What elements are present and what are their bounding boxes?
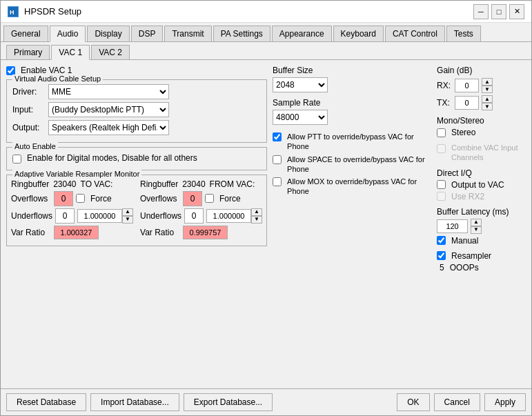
ooops-row: 5 OOOPs [440, 263, 526, 273]
mono-stereo-section: Mono/Stereo Stereo [437, 116, 526, 137]
tab-keyboard[interactable]: Keyboard [333, 26, 384, 41]
tab-dsp[interactable]: DSP [131, 26, 164, 41]
var-ratio-from-input[interactable] [183, 226, 228, 239]
latency-down[interactable]: ▼ [471, 226, 482, 234]
underflows-from-input[interactable] [184, 208, 204, 224]
rx-gain-row: RX: ▲ ▼ [437, 78, 526, 93]
underflows-to-row: Underflows ▲ ▼ [11, 208, 133, 224]
latency-spin-buttons: ▲ ▼ [471, 219, 482, 234]
input-select[interactable]: (Buddy DesktopMic PTT) [48, 102, 169, 117]
enable-vac-checkbox-label[interactable]: Enable VAC 1 [6, 66, 72, 75]
sub-tab-vac2[interactable]: VAC 2 [91, 45, 130, 59]
spin-to-down[interactable]: ▼ [122, 216, 133, 224]
spin-to-buttons: ▲ ▼ [122, 208, 133, 224]
digital-modes-checkbox[interactable] [12, 155, 21, 164]
sub-tab-primary[interactable]: Primary [6, 45, 50, 59]
rx-gain-down[interactable]: ▼ [482, 86, 493, 93]
driver-label: Driver: [12, 87, 48, 97]
spin-from-up[interactable]: ▲ [251, 208, 262, 216]
tab-pa-settings[interactable]: PA Settings [213, 26, 270, 41]
underflows-to-input[interactable] [55, 208, 75, 224]
tab-cat-control[interactable]: CAT Control [385, 26, 445, 41]
output-select[interactable]: Speakers (Realtek High Defi... [48, 120, 169, 135]
import-db-button[interactable]: Import Database... [90, 393, 179, 411]
spin-from-input[interactable] [206, 209, 251, 223]
export-db-button[interactable]: Export Database... [184, 393, 273, 411]
combine-vac-checkbox[interactable] [437, 144, 446, 153]
force-to-checkbox[interactable] [76, 194, 85, 203]
ok-button[interactable]: OK [397, 393, 429, 411]
stereo-checkbox-label[interactable]: Stereo [437, 128, 526, 137]
var-ratio-to-input[interactable] [54, 226, 99, 239]
combine-vac-label[interactable]: Combine VAC Input Channels [437, 143, 526, 163]
sub-tab-vac1[interactable]: VAC 1 [51, 45, 90, 60]
tab-appearance[interactable]: Appearance [272, 26, 332, 41]
direct-iq-section: Direct I/Q Output to VAC Use RX2 [437, 168, 526, 201]
ptt-option-3-checkbox[interactable] [273, 177, 282, 186]
overflows-to-input[interactable] [54, 191, 73, 206]
underflows-from-row: Underflows ▲ ▼ [140, 208, 262, 224]
buffer-latency-input[interactable] [437, 219, 468, 233]
driver-row: Driver: MME [12, 84, 261, 99]
resampler-section: Resampler 5 OOOPs [437, 251, 526, 273]
driver-select[interactable]: MME [48, 84, 169, 99]
rx-gain-up[interactable]: ▲ [482, 78, 493, 86]
ptt-option-1-label[interactable]: Allow PTT to override/bypass VAC for Pho… [273, 132, 431, 152]
spin-from: ▲ ▼ [206, 208, 262, 224]
auto-enable-group: Auto Enable Enable for Digital modes, Di… [6, 147, 267, 170]
ptt-option-2-checkbox[interactable] [273, 155, 282, 164]
buffer-latency-section: Buffer Latency (ms) ▲ ▼ Manual [437, 207, 526, 246]
tab-display[interactable]: Display [87, 26, 129, 41]
spin-to: ▲ ▼ [77, 208, 133, 224]
spin-from-down[interactable]: ▼ [251, 216, 262, 224]
cancel-button[interactable]: Cancel [434, 393, 480, 411]
rx-gain-input[interactable] [455, 79, 479, 92]
manual-checkbox-label[interactable]: Manual [437, 236, 526, 246]
rx-spin-buttons: ▲ ▼ [482, 78, 493, 93]
force-from-checkbox[interactable] [205, 194, 214, 203]
reset-db-button[interactable]: Reset Database [6, 393, 86, 411]
ptt-option-3-label[interactable]: Allow MOX to override/bypass VAC for Pho… [273, 177, 431, 197]
close-button[interactable]: ✕ [509, 4, 524, 19]
spin-to-up[interactable]: ▲ [122, 208, 133, 216]
output-to-vac-checkbox[interactable] [437, 180, 446, 189]
use-rx2-checkbox[interactable] [437, 192, 446, 201]
use-rx2-label[interactable]: Use RX2 [437, 192, 526, 201]
enable-vac-row: Enable VAC 1 [6, 66, 267, 75]
maximize-button[interactable]: □ [491, 4, 506, 19]
tx-gain-down[interactable]: ▼ [482, 103, 493, 110]
sample-rate-select[interactable]: 48000 [273, 110, 328, 125]
tab-tests[interactable]: Tests [446, 26, 481, 41]
title-bar: H HPSDR Setup ─ □ ✕ [1, 1, 531, 23]
buffer-size-select[interactable]: 2048 [273, 77, 328, 92]
from-vac-label: FROM VAC: [210, 179, 255, 189]
tab-general[interactable]: General [3, 26, 48, 41]
latency-up[interactable]: ▲ [471, 219, 482, 226]
tab-audio[interactable]: Audio [50, 26, 86, 42]
ptt-option-2-label[interactable]: Allow SPACE to override/bypass VAC for P… [273, 155, 431, 175]
manual-checkbox[interactable] [437, 236, 446, 245]
output-to-vac-label[interactable]: Output to VAC [437, 180, 526, 190]
force-from-label: Force [219, 194, 241, 204]
tx-gain-input[interactable] [455, 96, 479, 110]
window-title: HPSDR Setup [24, 6, 473, 17]
resampler-label[interactable]: Resampler [437, 251, 526, 261]
stereo-checkbox[interactable] [437, 128, 446, 137]
overflows-from-input[interactable] [183, 191, 202, 206]
ptt-option-1-checkbox[interactable] [273, 132, 282, 141]
resampler-checkbox[interactable] [437, 251, 446, 260]
spin-to-input[interactable] [77, 209, 122, 223]
digital-modes-label[interactable]: Enable for Digital modes, Disable for al… [12, 153, 261, 164]
tx-gain-up[interactable]: ▲ [482, 95, 493, 103]
from-vac-panel: Ringbuffer 23040 FROM VAC: Overflows For… [140, 179, 262, 241]
to-vac-panel: Ringbuffer 23040 TO VAC: Overflows Force [11, 179, 133, 241]
tx-gain-row: TX: ▲ ▼ [437, 95, 526, 110]
underflows-to-label: Underflows [11, 211, 52, 221]
var-ratio-to-label: Var Ratio [11, 228, 51, 237]
enable-vac-checkbox[interactable] [6, 66, 15, 75]
minimize-button[interactable]: ─ [473, 4, 489, 19]
tx-spin-buttons: ▲ ▼ [482, 95, 493, 110]
tab-transmit[interactable]: Transmit [164, 26, 211, 41]
overflows-to-label: Overflows [11, 194, 51, 204]
apply-button[interactable]: Apply [484, 393, 526, 411]
